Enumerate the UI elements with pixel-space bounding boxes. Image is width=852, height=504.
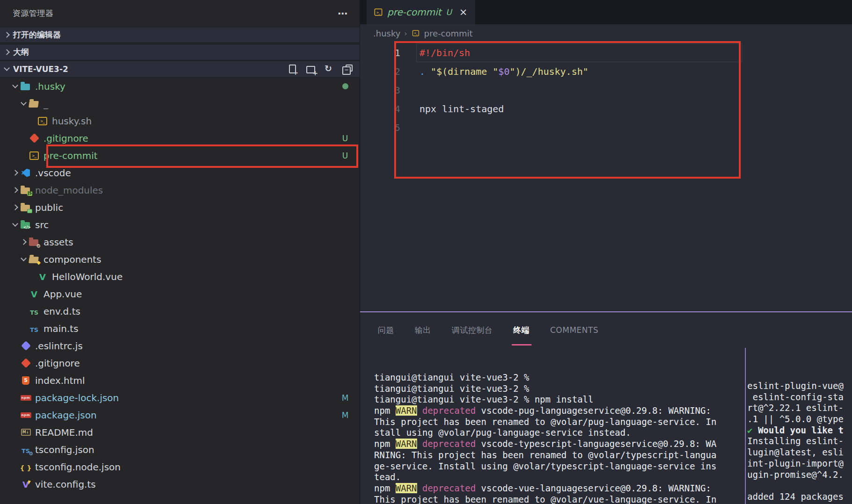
folder-assets-icon: ⚙: [28, 236, 40, 248]
terminal[interactable]: tiangui@tiangui vite-vue3-2 %tiangui@tia…: [360, 348, 852, 504]
tree-item-components[interactable]: ◆components: [0, 251, 360, 268]
chevron-right-icon: [12, 187, 18, 193]
terminal-line: tiangui@tiangui vite-vue3-2 %: [374, 383, 739, 395]
tree-item-husky.sh[interactable]: husky.sh: [0, 112, 360, 130]
code-line-1[interactable]: 1#!/bin/sh: [360, 43, 852, 62]
tree-item-.gitignore[interactable]: .gitignore: [0, 354, 360, 372]
tree-item-label: vite.config.ts: [35, 479, 96, 490]
new-folder-icon[interactable]: [305, 64, 317, 75]
git-status-badge: M: [341, 393, 349, 403]
close-icon[interactable]: ×: [459, 7, 468, 18]
vue-icon: [28, 288, 40, 300]
markdown-icon: [20, 426, 32, 439]
folder-open-icon: [28, 98, 40, 110]
chevron-right-icon: [21, 239, 27, 245]
terminal-line: lugin@latest, esli: [747, 447, 852, 458]
tree-item-pre-commit[interactable]: pre-commitU: [0, 147, 360, 164]
panel-tab-输出[interactable]: 输出: [415, 312, 431, 348]
tree-item-label: src: [35, 219, 49, 230]
tree-item-tsconfig.node.json[interactable]: tsconfig.node.json: [0, 458, 360, 475]
breadcrumb-separator: ›: [404, 29, 407, 38]
tree-item-package.json[interactable]: package.jsonM: [0, 406, 360, 424]
shell-icon: [28, 150, 40, 162]
collapse-all-icon[interactable]: [342, 64, 353, 75]
tree-item-package-lock.json[interactable]: package-lock.jsonM: [0, 389, 360, 406]
tree-item-main.ts[interactable]: main.ts: [0, 320, 360, 337]
code-line-4[interactable]: 4npx lint-staged: [360, 100, 852, 118]
tree-item-label: .gitignore: [35, 358, 80, 369]
git-modified-dot: [342, 83, 348, 89]
tree-item-assets[interactable]: ⚙assets: [0, 233, 360, 251]
eslint-icon: [20, 340, 32, 352]
line-number: 3: [360, 85, 400, 96]
section-outline[interactable]: 大纲: [0, 44, 360, 60]
tab-git-status-badge: U: [446, 7, 452, 17]
git-status-badge: U: [341, 134, 349, 143]
terminal-line: npm WARN deprecated vscode-vue-languages…: [374, 483, 739, 494]
panel-tab-问题[interactable]: 问题: [378, 312, 394, 348]
new-file-icon[interactable]: [287, 64, 298, 75]
tree-item-label: .eslintrc.js: [35, 340, 83, 352]
section-outline-label: 大纲: [13, 47, 29, 58]
panel-tab-调试控制台[interactable]: 调试控制台: [452, 312, 493, 348]
terminal-line: RNING: This project has been renamed to …: [374, 450, 739, 461]
tree-item-public[interactable]: public: [0, 199, 360, 216]
tree-item-_[interactable]: _: [0, 95, 360, 112]
breadcrumb[interactable]: .husky › pre-commit: [360, 24, 852, 42]
git-icon: [28, 132, 40, 144]
tree-item-tsconfig.json[interactable]: tsconfig.json: [0, 441, 360, 458]
terminal-line: Installing eslint-: [747, 436, 852, 447]
code-editor[interactable]: 1#!/bin/sh2. "$(dirname "$0")/_/husky.sh…: [360, 42, 852, 137]
code-line-5[interactable]: 5: [360, 118, 852, 137]
project-toolbar: [280, 64, 360, 75]
tree-item-index.html[interactable]: index.html: [0, 372, 360, 389]
terminal-line: eslint-config-sta: [747, 392, 852, 403]
chevron-down-icon: [12, 82, 18, 88]
tree-item-HelloWorld.vue[interactable]: HelloWorld.vue: [0, 268, 360, 285]
refresh-icon[interactable]: [324, 64, 335, 75]
terminal-line: stall using @volar/pug-language-service …: [374, 427, 739, 439]
panel-tab-COMMENTS[interactable]: COMMENTS: [550, 312, 599, 348]
terminal-line: added 124 packages: [747, 491, 852, 503]
breadcrumb-file[interactable]: pre-commit: [424, 29, 473, 38]
folder-components-icon: ◆: [28, 253, 40, 266]
tree-item-label: public: [35, 202, 63, 213]
line-number: 2: [360, 66, 400, 77]
code-line-3[interactable]: 3: [360, 81, 852, 100]
section-open-editors[interactable]: 打开的编辑器: [0, 27, 360, 43]
section-project-header[interactable]: VITE-VUE3-2: [0, 61, 360, 78]
code-line-2[interactable]: 2. "$(dirname "$0")/_/husky.sh": [360, 62, 852, 81]
tree-item-vite.config.ts[interactable]: vite.config.ts: [0, 475, 360, 493]
chevron-right-icon: [12, 204, 18, 210]
tree-item-label: components: [43, 254, 101, 265]
tree-item-label: .gitignore: [43, 133, 88, 144]
tree-item-label: assets: [43, 237, 73, 248]
tab-pre-commit[interactable]: pre-commit U ×: [367, 0, 475, 24]
tree-item-env.d.ts[interactable]: env.d.ts: [0, 302, 360, 320]
git-status-badge: M: [341, 410, 349, 420]
breadcrumb-folder[interactable]: .husky: [373, 29, 400, 38]
tree-item-App.vue[interactable]: App.vue: [0, 285, 360, 302]
tree-item-.husky[interactable]: .husky: [0, 78, 360, 95]
ts-blue-icon: [28, 323, 40, 335]
chevron-down-icon: [21, 100, 27, 106]
more-actions-icon[interactable]: ⋯: [338, 8, 348, 19]
panel-tab-终端[interactable]: 终端: [513, 312, 530, 348]
line-number: 1: [360, 47, 400, 58]
tree-item-label: App.vue: [43, 288, 82, 300]
tree-item-.eslintrc.js[interactable]: .eslintrc.js: [0, 337, 360, 354]
terminal-split-divider[interactable]: [745, 348, 746, 504]
tree-item-README.md[interactable]: README.md: [0, 424, 360, 441]
tree-item-label: .vscode: [35, 167, 71, 179]
git-icon: [20, 357, 32, 369]
chevron-down-icon: [12, 221, 18, 227]
editor-region: pre-commit U × .husky › pre-commit 1#!/b…: [360, 0, 852, 504]
tree-item-src[interactable]: </>src: [0, 216, 360, 233]
tree-item-node_modules[interactable]: JSnode_modules: [0, 181, 360, 199]
explorer-title-bar: 资源管理器 ⋯: [0, 0, 360, 27]
tree-item-.gitignore[interactable]: .gitignoreU: [0, 130, 360, 147]
tree-item-label: tsconfig.node.json: [35, 461, 121, 473]
terminal-split-output: eslint-plugin-vue@ eslint-config-start@^…: [747, 381, 852, 503]
tree-item-.vscode[interactable]: .vscode: [0, 164, 360, 181]
bottom-panel: 问题输出调试控制台终端COMMENTS tiangui@tiangui vite…: [360, 311, 852, 504]
